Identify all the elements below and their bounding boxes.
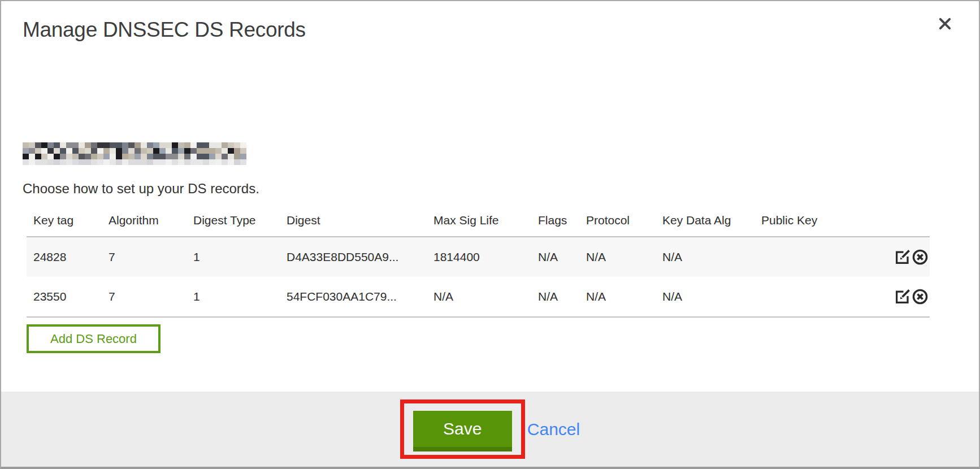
table-row: 2482871D4A33E8DD550A9...1814400N/AN/AN/A bbox=[27, 237, 930, 277]
column-header: Flags bbox=[531, 211, 579, 237]
row-actions bbox=[884, 277, 930, 317]
cell bbox=[754, 237, 884, 277]
actions-column-header bbox=[884, 211, 930, 237]
cell: N/A bbox=[579, 237, 656, 277]
delete-icon[interactable] bbox=[912, 288, 929, 305]
cell: N/A bbox=[427, 277, 531, 317]
delete-icon[interactable] bbox=[912, 249, 929, 266]
column-header: Max Sig Life bbox=[427, 211, 531, 237]
cell: 7 bbox=[102, 237, 187, 277]
close-x-glyph bbox=[936, 15, 953, 32]
edit-icon-glyph bbox=[894, 288, 911, 305]
column-header: Digest Type bbox=[187, 211, 280, 237]
edit-icon[interactable] bbox=[894, 249, 911, 266]
cell: N/A bbox=[531, 277, 579, 317]
cell: 54FCF030AA1C79... bbox=[280, 277, 427, 317]
cell: N/A bbox=[656, 277, 754, 317]
cell: 1814400 bbox=[427, 237, 531, 277]
ds-records-table: Key tagAlgorithmDigest TypeDigestMax Sig… bbox=[27, 211, 930, 318]
delete-circle-icon-glyph bbox=[912, 249, 929, 266]
column-header: Key tag bbox=[27, 211, 102, 237]
dialog-footer: Save Cancel bbox=[1, 392, 979, 467]
close-icon[interactable] bbox=[935, 14, 955, 34]
cell: 23550 bbox=[27, 277, 102, 317]
save-annotation-highlight: Save bbox=[400, 399, 525, 459]
column-header: Protocol bbox=[579, 211, 656, 237]
table-header: Key tagAlgorithmDigest TypeDigestMax Sig… bbox=[27, 211, 930, 237]
cell: 7 bbox=[102, 277, 187, 317]
cell: 1 bbox=[187, 277, 280, 317]
cell: 1 bbox=[187, 237, 280, 277]
cell: N/A bbox=[656, 237, 754, 277]
column-header: Digest bbox=[280, 211, 427, 237]
cell bbox=[754, 277, 884, 317]
cancel-link[interactable]: Cancel bbox=[527, 420, 580, 439]
cell: D4A33E8DD550A9... bbox=[280, 237, 427, 277]
save-button[interactable]: Save bbox=[413, 411, 512, 451]
dialog-title: Manage DNSSEC DS Records bbox=[23, 18, 306, 42]
table-row: 235507154FCF030AA1C79...N/AN/AN/AN/A bbox=[27, 277, 930, 317]
edit-icon-glyph bbox=[894, 249, 911, 266]
cell: N/A bbox=[531, 237, 579, 277]
row-actions bbox=[884, 237, 930, 277]
delete-circle-icon-glyph bbox=[912, 288, 929, 305]
column-header: Key Data Alg bbox=[656, 211, 754, 237]
add-ds-record-button[interactable]: Add DS Record bbox=[27, 324, 161, 353]
edit-icon[interactable] bbox=[894, 288, 911, 305]
column-header: Public Key bbox=[754, 211, 884, 237]
column-header: Algorithm bbox=[102, 211, 187, 237]
cell: 24828 bbox=[27, 237, 102, 277]
cell: N/A bbox=[579, 277, 656, 317]
setup-instruction: Choose how to set up your DS records. bbox=[23, 181, 259, 197]
dnssec-dialog: Manage DNSSEC DS Records Choose how to s… bbox=[0, 0, 980, 469]
redacted-domain-name bbox=[23, 142, 246, 165]
